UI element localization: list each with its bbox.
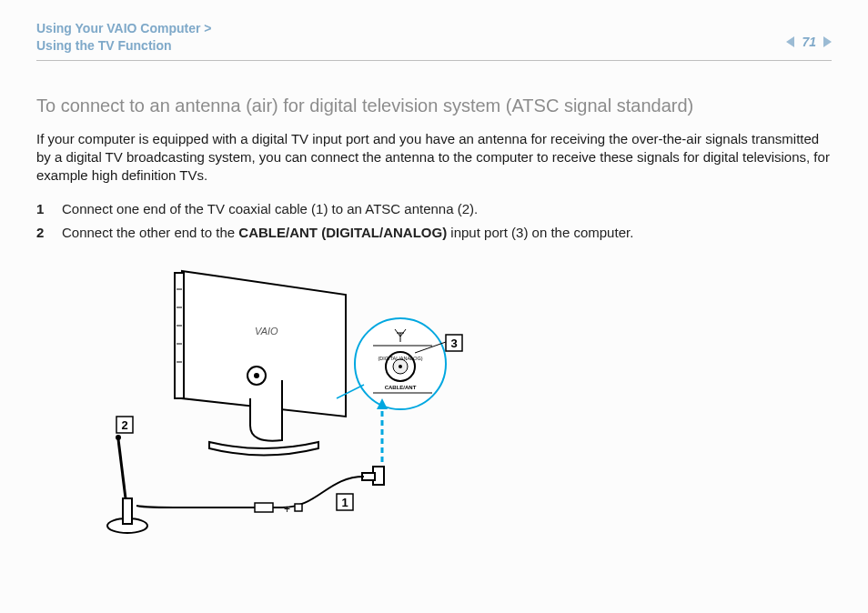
svg-rect-1 [175, 273, 184, 398]
svg-text:2: 2 [121, 418, 127, 432]
port-detail-icon: (DIGITAL/ANALOG) CABLE/ANT [337, 318, 446, 409]
next-page-icon[interactable] [823, 36, 832, 47]
page-number-nav: 71 [786, 20, 832, 49]
breadcrumb-line1: Using Your VAIO Computer > [36, 20, 212, 37]
page-header: Using Your VAIO Computer > Using the TV … [36, 20, 832, 61]
svg-rect-29 [362, 473, 375, 480]
svg-rect-30 [255, 503, 273, 512]
page-number: 71 [802, 35, 816, 49]
svg-text:VAIO: VAIO [255, 326, 278, 337]
breadcrumb-line2: Using the TV Function [36, 37, 212, 55]
svg-point-38 [116, 435, 121, 440]
connection-diagram: VAIO (DIGITAL/ANALOG) CABLE/ANT [73, 262, 832, 557]
svg-rect-32 [295, 504, 302, 511]
svg-text:CABLE/ANT: CABLE/ANT [385, 385, 417, 390]
monitor-icon: VAIO [175, 271, 346, 456]
svg-point-8 [254, 373, 259, 378]
svg-text:1: 1 [341, 496, 348, 509]
prev-page-icon[interactable] [786, 36, 794, 47]
step-number: 2 [36, 223, 47, 244]
intro-paragraph: If your computer is equipped with a digi… [36, 130, 832, 186]
svg-point-14 [399, 365, 402, 368]
step-1: 1 Connect one end of the TV coaxial cabl… [36, 199, 832, 220]
svg-line-37 [118, 439, 126, 498]
callout-2: 2 [116, 417, 133, 433]
svg-text:(DIGITAL/ANALOG): (DIGITAL/ANALOG) [378, 356, 422, 361]
breadcrumb: Using Your VAIO Computer > Using the TV … [36, 20, 212, 55]
step-2: 2 Connect the other end to the CABLE/ANT… [36, 223, 832, 244]
svg-text:+: + [284, 503, 290, 516]
svg-text:3: 3 [450, 337, 457, 350]
cable-plug-icon [362, 398, 388, 485]
step-number: 1 [36, 199, 47, 220]
antenna-icon [107, 435, 147, 533]
steps-list: 1 Connect one end of the TV coaxial cabl… [36, 199, 832, 244]
step-text: Connect the other end to the CABLE/ANT (… [62, 223, 633, 244]
section-title: To connect to an antenna (air) for digit… [36, 95, 832, 116]
step-text: Connect one end of the TV coaxial cable … [62, 199, 478, 220]
inline-connector-icon: + [255, 503, 302, 516]
svg-rect-36 [123, 498, 132, 524]
callout-1: 1 [337, 494, 353, 510]
coax-cable-icon [136, 477, 364, 507]
